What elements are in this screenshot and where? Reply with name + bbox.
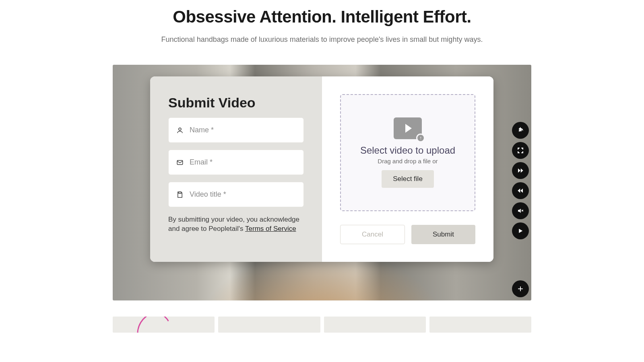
thumbnail-item[interactable] (113, 317, 215, 333)
email-field-wrapper[interactable] (168, 150, 304, 175)
fullscreen-button[interactable] (512, 142, 529, 159)
fast-forward-button[interactable] (512, 162, 529, 179)
thumbnail-item[interactable] (429, 317, 531, 333)
mail-icon (176, 158, 184, 167)
play-button[interactable] (512, 222, 529, 239)
modal-form-panel: Submit Video (150, 76, 322, 262)
page-headline: Obsessive Attention. Intelligent Effort. (173, 7, 471, 27)
video-title-field-wrapper[interactable] (168, 182, 304, 207)
terms-link[interactable]: Terms of Service (245, 225, 296, 232)
svg-rect-2 (179, 192, 181, 193)
video-upload-icon: ↑ (394, 117, 422, 139)
page-subheadline: Functional handbags made of luxurious ma… (161, 35, 483, 44)
thumbnail-item[interactable] (324, 317, 426, 333)
svg-point-0 (179, 128, 181, 130)
share-button[interactable] (512, 122, 529, 139)
name-field-wrapper[interactable] (168, 117, 304, 143)
modal-title: Submit Video (168, 95, 304, 111)
video-title-input[interactable] (190, 190, 296, 199)
thumbnail-item[interactable] (218, 317, 320, 333)
email-input[interactable] (190, 158, 296, 167)
legal-text: By submitting your video, you acknowledg… (168, 215, 304, 234)
name-input[interactable] (190, 126, 296, 134)
add-video-button[interactable]: + (512, 280, 529, 297)
save-icon (176, 191, 184, 199)
mute-button[interactable] (512, 202, 529, 219)
video-controls (512, 122, 529, 239)
dropzone-title: Select video to upload (360, 145, 455, 156)
person-icon (176, 126, 184, 134)
dropzone-subtitle: Drag and drop a file or (378, 158, 438, 165)
submit-button[interactable]: Submit (411, 225, 475, 244)
select-file-button[interactable]: Select file (382, 170, 434, 188)
cancel-button[interactable]: Cancel (340, 225, 405, 244)
thumbnail-row (113, 317, 531, 333)
rewind-button[interactable] (512, 182, 529, 199)
upload-dropzone[interactable]: ↑ Select video to upload Drag and drop a… (340, 94, 475, 211)
modal-actions: Cancel Submit (340, 225, 475, 244)
modal-upload-panel: ↑ Select video to upload Drag and drop a… (322, 76, 493, 262)
submit-video-modal: Submit Video (150, 76, 493, 262)
hero-video-area: Submit Video (113, 65, 531, 300)
